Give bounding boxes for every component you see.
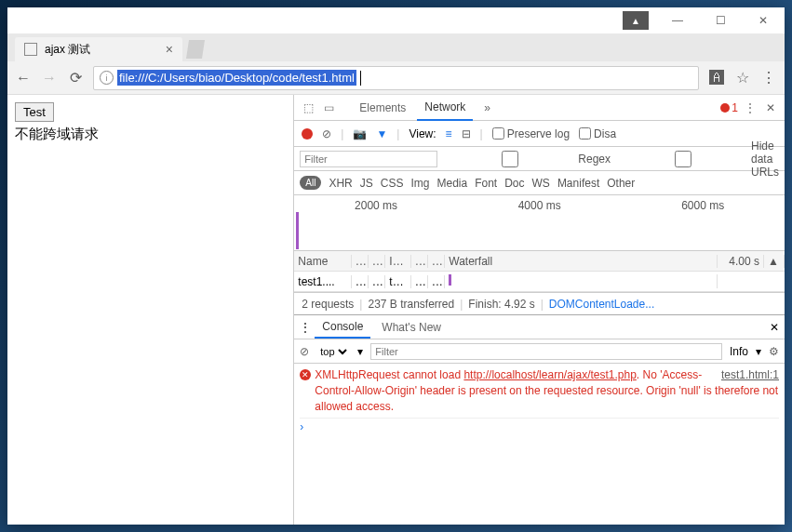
col-initiator[interactable]: Ini...: [385, 255, 411, 268]
browser-window: ▲ — ☐ ✕ ajax 测试 × ← → ⟳ i file:///C:/Use…: [7, 7, 785, 525]
translate-icon[interactable]: 🅰: [708, 70, 725, 86]
drawer-tab-whatsnew[interactable]: What's New: [374, 317, 449, 338]
view-label: View:: [409, 127, 436, 140]
view-list-icon[interactable]: ≡: [446, 127, 452, 140]
type-js[interactable]: JS: [360, 177, 373, 190]
disable-cache-checkbox[interactable]: Disa: [579, 127, 616, 140]
error-icon: ✕: [300, 369, 311, 380]
filter-bar: Regex Hide data URLs: [294, 147, 785, 171]
chevron-down-icon: ▾: [756, 345, 761, 358]
type-manifest[interactable]: Manifest: [557, 177, 599, 190]
devtools-menu-icon[interactable]: ⋮: [742, 100, 758, 116]
page-message: 不能跨域请求: [15, 126, 286, 143]
col-time: 4.00 s: [718, 255, 764, 268]
record-button[interactable]: [302, 128, 313, 140]
drawer-tabs: ⋮ Console What's New ✕: [294, 315, 785, 339]
browser-tab[interactable]: ajax 测试 ×: [15, 37, 182, 61]
titlebar: ▲ — ☐ ✕: [7, 7, 785, 33]
console-error[interactable]: ✕ test1.html:1 XMLHttpRequest cannot loa…: [300, 367, 779, 414]
inspect-icon[interactable]: ⬚: [300, 100, 316, 116]
clear-icon[interactable]: ⊘: [322, 127, 331, 140]
level-label[interactable]: Info: [730, 345, 748, 358]
minimize-button[interactable]: —: [656, 7, 699, 33]
console-toolbar: ⊘ top ▾ Info ▾ ⚙: [294, 339, 785, 364]
regex-checkbox[interactable]: Regex: [445, 151, 611, 167]
clear-console-icon[interactable]: ⊘: [300, 345, 309, 358]
tab-close-icon[interactable]: ×: [166, 42, 173, 57]
console-output: ✕ test1.html:1 XMLHttpRequest cannot loa…: [294, 364, 785, 525]
timeline-bar: [296, 212, 299, 249]
site-info-icon[interactable]: i: [100, 71, 114, 85]
type-other[interactable]: Other: [607, 177, 635, 190]
error-prefix: XMLHttpRequest cannot load: [315, 368, 463, 381]
chevron-down-icon: ▾: [357, 345, 363, 358]
type-ws[interactable]: WS: [532, 177, 550, 190]
text-cursor: [360, 71, 361, 86]
tab-bar: ajax 测试 ×: [7, 33, 785, 61]
url-input[interactable]: i file:///C:/Users/biao/Desktop/code/tes…: [93, 66, 699, 90]
preserve-log-checkbox[interactable]: Preserve log: [492, 127, 570, 140]
request-initiator: te...: [385, 275, 411, 288]
type-css[interactable]: CSS: [381, 177, 404, 190]
console-prompt[interactable]: ›: [300, 418, 779, 433]
type-doc[interactable]: Doc: [504, 177, 524, 190]
maximize-button[interactable]: ☐: [699, 7, 742, 33]
devtools-close-icon[interactable]: ✕: [762, 100, 779, 116]
capture-icon[interactable]: 📷: [353, 127, 367, 140]
test-button[interactable]: Test: [15, 102, 54, 122]
error-source[interactable]: test1.html:1: [721, 367, 779, 383]
type-xhr[interactable]: XHR: [329, 177, 352, 190]
tick: 2000 ms: [355, 199, 397, 212]
type-font[interactable]: Font: [475, 177, 497, 190]
menu-icon[interactable]: ⋮: [760, 69, 777, 86]
url-text: file:///C:/Users/biao/Desktop/code/test1…: [117, 70, 356, 86]
summary-dcl: DOMContentLoade...: [549, 298, 654, 311]
user-profile-icon[interactable]: ▲: [623, 11, 649, 30]
col-name[interactable]: Name: [294, 255, 352, 268]
request-name: test1....: [294, 275, 352, 288]
network-summary: 2 requests| 237 B transferred| Finish: 4…: [294, 293, 785, 315]
gear-icon[interactable]: ⚙: [769, 345, 779, 358]
tab-more[interactable]: »: [477, 96, 498, 120]
tab-title: ajax 测试: [45, 42, 90, 58]
devtools-panel: ⬚ ▭ Elements Network » 1 ⋮ ✕ ⊘ | 📷 ▼ | V…: [293, 95, 785, 525]
summary-transferred: 237 B transferred: [368, 298, 454, 311]
tick: 4000 ms: [518, 199, 561, 212]
drawer-menu-icon[interactable]: ⋮: [300, 321, 311, 334]
scroll-up-icon[interactable]: ▲: [764, 255, 785, 268]
bookmark-icon[interactable]: ☆: [734, 69, 751, 86]
summary-finish: Finish: 4.92 s: [468, 298, 534, 311]
summary-requests: 2 requests: [302, 298, 354, 311]
new-tab-button[interactable]: [186, 40, 205, 59]
error-badge[interactable]: 1: [720, 101, 738, 114]
forward-button[interactable]: →: [41, 70, 58, 86]
context-select[interactable]: top: [316, 345, 350, 358]
table-header: Name ...... Ini... ...... Waterfall 4.00…: [294, 251, 785, 272]
page-viewport: Test 不能跨域请求: [7, 95, 293, 525]
devtools-tabs: ⬚ ▭ Elements Network » 1 ⋮ ✕: [294, 95, 785, 121]
type-media[interactable]: Media: [436, 177, 467, 190]
console-filter-input[interactable]: [370, 343, 722, 360]
file-icon: [24, 43, 37, 56]
tab-elements[interactable]: Elements: [352, 96, 413, 120]
timeline-overview[interactable]: 2000 ms 4000 ms 6000 ms: [294, 195, 785, 251]
type-img[interactable]: Img: [410, 177, 429, 190]
reload-button[interactable]: ⟳: [67, 69, 84, 86]
address-bar: ← → ⟳ i file:///C:/Users/biao/Desktop/co…: [7, 61, 785, 95]
content-area: Test 不能跨域请求 ⬚ ▭ Elements Network » 1 ⋮ ✕…: [7, 95, 785, 525]
drawer-close-icon[interactable]: ✕: [770, 321, 779, 334]
type-filters: All XHR JS CSS Img Media Font Doc WS Man…: [294, 171, 785, 195]
tick: 6000 ms: [681, 199, 724, 212]
col-waterfall[interactable]: Waterfall: [445, 255, 718, 268]
window-close-button[interactable]: ✕: [742, 7, 785, 33]
back-button[interactable]: ←: [15, 70, 32, 86]
filter-toggle-icon[interactable]: ▼: [376, 127, 387, 140]
view-frame-icon[interactable]: ⊟: [462, 127, 471, 140]
error-url[interactable]: http://localhost/learn/ajax/test1.php: [463, 368, 636, 381]
network-filter-input[interactable]: [300, 151, 437, 167]
type-all[interactable]: All: [300, 176, 321, 190]
device-toggle-icon[interactable]: ▭: [320, 100, 337, 116]
table-row[interactable]: test1.... ...... te... ......: [294, 272, 785, 292]
drawer-tab-console[interactable]: Console: [315, 316, 370, 339]
tab-network[interactable]: Network: [417, 95, 473, 121]
